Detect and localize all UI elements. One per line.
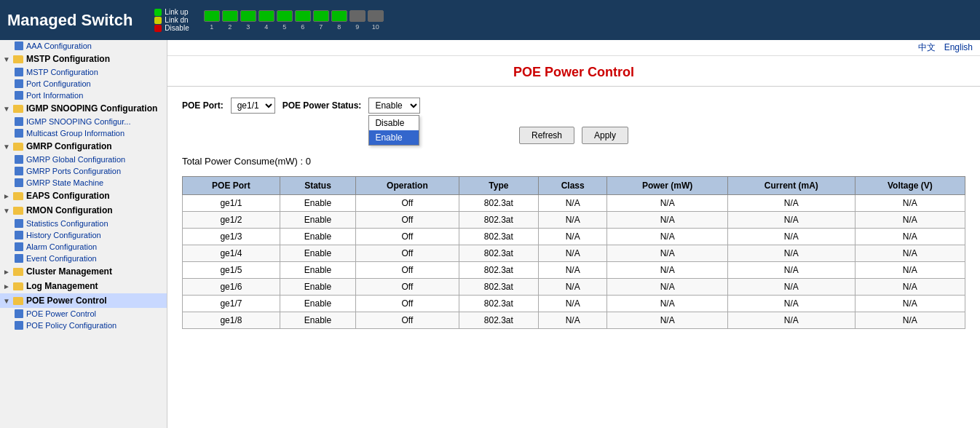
cell-3-0: ge1/4 [183, 245, 280, 262]
cell-3-4: N/A [539, 245, 607, 262]
cell-3-5: N/A [607, 245, 728, 262]
poe-status-select[interactable]: Enable Disable [368, 98, 420, 114]
sidebar-group-eaps[interactable]: ► EAPS Configuration [0, 189, 167, 203]
sidebar-poe-policy-label: POE Policy Configuration [26, 321, 116, 330]
sidebar-group-igmp[interactable]: ▼ IGMP SNOOPING Configuration [0, 101, 167, 116]
sidebar-item-history-config[interactable]: History Configuration [0, 229, 167, 241]
refresh-button[interactable]: Refresh [519, 127, 574, 144]
cell-1-7: N/A [855, 212, 965, 229]
cell-1-6: N/A [728, 212, 855, 229]
cell-1-5: N/A [607, 212, 728, 229]
apply-button[interactable]: Apply [582, 127, 628, 144]
port-group: 1 2 3 4 5 6 7 8 9 10 [204, 10, 384, 31]
legend-disable: Disable [154, 24, 189, 32]
lang-en[interactable]: English [944, 42, 973, 52]
cell-5-2: Off [356, 279, 459, 296]
sidebar-eaps-label: EAPS Configuration [26, 191, 110, 201]
doc-icon [15, 321, 23, 330]
sidebar-item-gmrp-ports[interactable]: GMRP Ports Configuration [0, 165, 167, 177]
port-num-1: 1 [204, 23, 220, 31]
table-row: ge1/4EnableOff802.3atN/AN/AN/AN/A [183, 245, 965, 262]
port-num-6: 6 [295, 23, 311, 31]
dot-red [154, 25, 162, 32]
sidebar-group-rmon[interactable]: ▼ RMON Configuration [0, 203, 167, 218]
cell-4-5: N/A [607, 262, 728, 279]
sidebar-group-poe[interactable]: ▼ POE Power Control [0, 293, 167, 308]
expand-icon: ► [3, 282, 10, 290]
cell-5-6: N/A [728, 279, 855, 296]
poe-port-select[interactable]: ge1/1 ge1/2 ge1/3 ge1/4 ge1/5 ge1/6 ge1/… [231, 98, 275, 114]
cell-5-5: N/A [607, 279, 728, 296]
poe-status-dropdown: Disable Enable [368, 115, 419, 146]
sidebar-item-port-config[interactable]: Port Configuration [0, 78, 167, 90]
dropdown-option-disable[interactable]: Disable [369, 116, 419, 130]
sidebar-item-mstp-config[interactable]: MSTP Configuration [0, 66, 167, 78]
cell-5-7: N/A [855, 279, 965, 296]
main-layout: AAA Configuration ▼ MSTP Configuration M… [0, 40, 980, 428]
table-row: ge1/3EnableOff802.3atN/AN/AN/AN/A [183, 229, 965, 245]
cell-2-2: Off [356, 229, 459, 245]
sidebar-group-log[interactable]: ► Log Management [0, 279, 167, 293]
folder-icon [13, 297, 23, 305]
lang-zh[interactable]: 中文 [918, 42, 936, 52]
doc-icon [15, 129, 23, 138]
table-body: ge1/1EnableOff802.3atN/AN/AN/AN/Age1/2En… [183, 195, 965, 329]
sidebar-item-poe-control[interactable]: POE Power Control [0, 308, 167, 320]
sidebar-item-stats-config[interactable]: Statistics Configuration [0, 218, 167, 229]
language-bar: 中文 English [167, 40, 980, 56]
poe-port-label: POE Port: [182, 100, 224, 111]
legend-link-dn-label: Link dn [165, 16, 188, 24]
cell-0-6: N/A [728, 195, 855, 212]
cell-0-2: Off [356, 195, 459, 212]
sidebar-item-aaa[interactable]: AAA Configuration [0, 40, 167, 52]
col-poe-port: POE Port [183, 177, 280, 195]
cell-0-1: Enable [280, 195, 355, 212]
cell-7-7: N/A [855, 312, 965, 329]
sidebar-group-gmrp[interactable]: ▼ GMRP Configuration [0, 139, 167, 154]
port-1-icon [204, 10, 220, 22]
sidebar-log-label: Log Management [26, 281, 98, 291]
cell-4-1: Enable [280, 262, 355, 279]
port-num-4: 4 [258, 23, 274, 31]
table-row: ge1/2EnableOff802.3atN/AN/AN/AN/A [183, 212, 965, 229]
doc-icon [15, 178, 23, 187]
port-6-icon [295, 10, 311, 22]
cell-6-2: Off [356, 296, 459, 312]
form-row: POE Port: ge1/1 ge1/2 ge1/3 ge1/4 ge1/5 … [167, 87, 980, 121]
cell-5-4: N/A [539, 279, 607, 296]
cell-3-6: N/A [728, 245, 855, 262]
sidebar-group-mstp[interactable]: ▼ MSTP Configuration [0, 52, 167, 66]
folder-icon [13, 207, 23, 215]
cell-6-1: Enable [280, 296, 355, 312]
doc-icon [15, 117, 23, 126]
dropdown-option-enable[interactable]: Enable [369, 130, 419, 145]
folder-icon [13, 192, 23, 200]
expand-icon: ▼ [3, 297, 10, 305]
port-4-icon [258, 10, 274, 22]
sidebar-history-config-label: History Configuration [26, 231, 101, 239]
cell-7-2: Off [356, 312, 459, 329]
poe-status-label: POE Power Status: [282, 100, 362, 111]
sidebar-item-alarm-config[interactable]: Alarm Configuration [0, 241, 167, 253]
cell-4-7: N/A [855, 262, 965, 279]
sidebar-group-cluster[interactable]: ► Cluster Management [0, 264, 167, 279]
sidebar-item-gmrp-global[interactable]: GMRP Global Configuration [0, 154, 167, 165]
cell-1-1: Enable [280, 212, 355, 229]
cell-6-6: N/A [728, 296, 855, 312]
sidebar-item-port-info[interactable]: Port Information [0, 90, 167, 101]
sidebar-rmon-label: RMON Configuration [26, 205, 113, 215]
folder-icon [13, 105, 23, 113]
sidebar-item-igmp-config[interactable]: IGMP SNOOPING Configur... [0, 116, 167, 127]
folder-icon [13, 55, 23, 63]
sidebar-item-gmrp-state[interactable]: GMRP State Machine [0, 177, 167, 189]
port-3-icon [240, 10, 256, 22]
legend-disable-label: Disable [165, 24, 189, 32]
table-row: ge1/5EnableOff802.3atN/AN/AN/AN/A [183, 262, 965, 279]
sidebar-igmp-config-label: IGMP SNOOPING Configur... [26, 117, 130, 126]
cell-3-2: Off [356, 245, 459, 262]
cell-3-3: 802.3at [459, 245, 539, 262]
sidebar-item-multicast[interactable]: Multicast Group Information [0, 127, 167, 139]
sidebar-item-poe-policy[interactable]: POE Policy Configuration [0, 320, 167, 331]
sidebar-item-event-config[interactable]: Event Configuration [0, 253, 167, 264]
cell-5-1: Enable [280, 279, 355, 296]
